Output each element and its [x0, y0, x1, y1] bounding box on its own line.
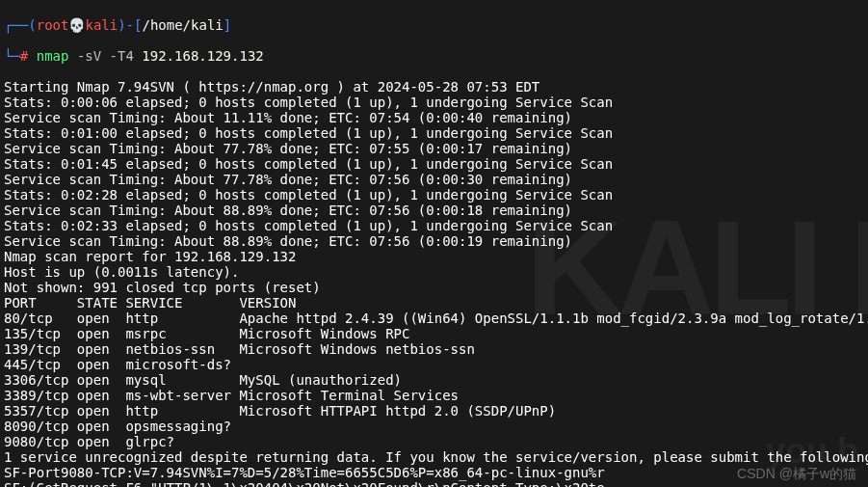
cwd: /home/kali — [142, 17, 223, 33]
command-binary: nmap — [37, 48, 69, 64]
prompt-line-1: ┌──(root💀kali)-[/home/kali] — [4, 17, 864, 33]
command-output: Starting Nmap 7.94SVN ( https://nmap.org… — [4, 79, 864, 487]
watermark: CSDN @橘子w的猫 — [737, 466, 856, 481]
terminal-output: ┌──(root💀kali)-[/home/kali] └─# nmap -sV… — [0, 0, 868, 487]
box-corner: ┌── — [4, 17, 28, 33]
command-target: 192.168.129.132 — [142, 48, 263, 64]
prompt-line-2[interactable]: └─# nmap -sV -T4 192.168.129.132 — [4, 48, 864, 64]
user: root — [37, 17, 69, 33]
host: kali — [85, 17, 118, 33]
command-args: -sV -T4 — [68, 48, 142, 64]
prompt-hash: # — [20, 48, 28, 64]
skull-icon: 💀 — [68, 17, 85, 33]
